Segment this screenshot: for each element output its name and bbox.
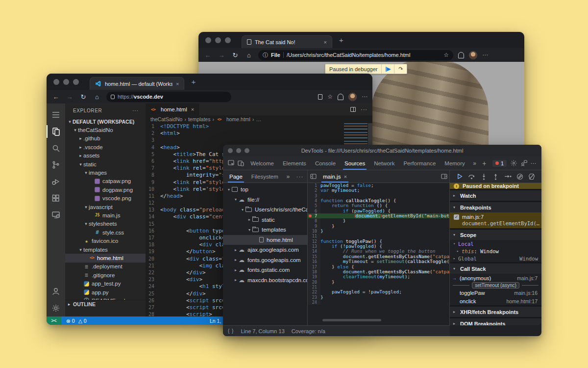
devtools-tab-elements[interactable]: Elements bbox=[278, 157, 311, 170]
pretty-print-icon[interactable]: { } bbox=[228, 328, 234, 334]
line-number[interactable]: 12 bbox=[146, 200, 160, 207]
callstack-frame-togglepaw[interactable]: togglePawmain.js:16 bbox=[450, 289, 541, 297]
reload-icon[interactable]: ↻ bbox=[79, 93, 88, 101]
account-icon[interactable] bbox=[47, 283, 65, 300]
line-number[interactable]: 20 bbox=[308, 280, 320, 285]
line-number[interactable]: 9 bbox=[146, 179, 160, 186]
callstack-frame--anonymous-[interactable]: →(anonymous)main.js:7 bbox=[450, 274, 541, 282]
explorer-item-app-py[interactable]: app.py bbox=[65, 288, 146, 296]
close-tab-icon[interactable]: × bbox=[176, 81, 179, 87]
extensions-icon[interactable] bbox=[47, 190, 65, 207]
breadcrumb-item[interactable]: theCatSaidNo bbox=[150, 116, 182, 122]
line-number[interactable]: 26 bbox=[146, 297, 160, 304]
line-number[interactable]: 4 bbox=[146, 144, 160, 151]
pause-on-exceptions-icon[interactable] bbox=[527, 173, 537, 181]
line-number[interactable]: 7 bbox=[308, 213, 320, 218]
breakpoint-entry[interactable]: ✓ main.js:7 document.getElementById(… bbox=[450, 212, 541, 228]
scope-row[interactable]: ▾Local bbox=[450, 240, 541, 247]
line-number[interactable]: 19 bbox=[146, 248, 160, 255]
run-debug-icon[interactable] bbox=[47, 173, 65, 190]
address-bar[interactable]: https://vscode.dev bbox=[106, 92, 231, 102]
line-number[interactable]: 3 bbox=[146, 137, 160, 144]
profile-avatar[interactable] bbox=[469, 51, 477, 59]
home-icon[interactable]: ⌂ bbox=[93, 93, 101, 101]
explorer-item-templates[interactable]: ▾templates bbox=[65, 245, 146, 254]
devtools-code-editor[interactable]: 1pawToggled = false;2var myTimeout;34fun… bbox=[308, 183, 450, 325]
navigator-tab-page[interactable]: Page bbox=[225, 170, 247, 183]
line-number[interactable]: 13 bbox=[146, 207, 160, 213]
explorer-item--vscode[interactable]: ▸.vscode bbox=[65, 143, 146, 151]
zoom-window-button[interactable] bbox=[225, 37, 231, 43]
line-number[interactable]: 14 bbox=[146, 213, 160, 220]
devtools-tab-sources[interactable]: Sources bbox=[340, 157, 369, 170]
resume-script-button[interactable]: |▶ bbox=[381, 64, 394, 74]
line-number[interactable]: 5 bbox=[146, 151, 160, 158]
line-number[interactable]: 6 bbox=[146, 158, 160, 165]
navigator-item-fonts-gstatic-com[interactable]: ▸☁fonts.gstatic.com bbox=[223, 265, 307, 275]
minimize-window-button[interactable] bbox=[236, 148, 241, 153]
explorer-item-default-workspace-[interactable]: ▾DEFAULT (WORKSPACE) bbox=[65, 117, 146, 126]
source-tab-mainjs[interactable]: main.js × bbox=[318, 170, 351, 183]
navigator-item-home-html[interactable]: home.html bbox=[223, 235, 307, 245]
navigator-more-icon[interactable]: ··· bbox=[294, 173, 305, 180]
settings-gear-icon[interactable] bbox=[47, 300, 65, 316]
more-menu-icon[interactable]: ⋯ bbox=[362, 93, 368, 100]
line-number[interactable]: 27 bbox=[146, 304, 160, 311]
problems-status[interactable]: ⊗ 0 △ 0 bbox=[66, 318, 87, 324]
remote-indicator[interactable]: >< bbox=[47, 316, 61, 325]
close-editor-icon[interactable]: × bbox=[191, 106, 194, 112]
code-line-3[interactable]: 3 bbox=[146, 137, 372, 144]
forward-icon[interactable]: → bbox=[217, 52, 226, 59]
close-window-button[interactable] bbox=[53, 79, 59, 85]
line-number[interactable]: 17 bbox=[146, 235, 160, 241]
cursor-position-status[interactable]: Ln 1, bbox=[210, 318, 221, 324]
browser-essentials-icon[interactable] bbox=[338, 94, 343, 100]
line-number[interactable]: 10 bbox=[146, 186, 160, 193]
code-line-19[interactable]: 19 clearTimeout(myTimeout); bbox=[308, 274, 449, 279]
device-toolbar-icon[interactable] bbox=[237, 160, 245, 166]
line-number[interactable]: 18 bbox=[308, 269, 320, 274]
zoom-window-button[interactable] bbox=[73, 79, 79, 85]
url-text[interactable]: https://vscode.dev bbox=[118, 94, 163, 100]
line-number[interactable]: 9 bbox=[308, 224, 320, 229]
code-line-23[interactable]: 23} bbox=[308, 295, 449, 300]
browser-tab[interactable]: The Cat said No! × bbox=[242, 35, 332, 48]
more-menu-icon[interactable]: ⋯ bbox=[482, 52, 488, 58]
scope-section-header[interactable]: ▾ Scope bbox=[450, 230, 541, 240]
step-icon[interactable] bbox=[503, 173, 513, 181]
explorer-item-static[interactable]: ▾static bbox=[65, 160, 146, 168]
line-number[interactable]: 14 bbox=[308, 249, 320, 254]
back-icon[interactable]: ← bbox=[51, 93, 60, 101]
search-icon[interactable] bbox=[47, 140, 65, 157]
more-navigator-tabs-icon[interactable]: » bbox=[283, 173, 294, 180]
navigator-tab-filesystem[interactable]: Filesystem bbox=[247, 170, 283, 183]
scope-row[interactable]: ▸GlobalWindow bbox=[450, 255, 541, 262]
explorer-item-dogpaw-png[interactable]: dogpaw.png bbox=[65, 185, 146, 194]
line-number[interactable]: 22 bbox=[308, 289, 320, 294]
step-over-button[interactable]: ↷ bbox=[394, 64, 407, 74]
explorer-item--github[interactable]: ▸.github bbox=[65, 134, 146, 143]
url-text[interactable]: /Users/chris/src/theCatSaidNo/templates/… bbox=[287, 52, 441, 58]
reload-icon[interactable]: ↻ bbox=[231, 52, 240, 59]
more-tabs-icon[interactable]: » bbox=[470, 160, 479, 167]
code-line-2[interactable]: 2<html> bbox=[146, 130, 372, 137]
watch-section-header[interactable]: ▸ Watch bbox=[450, 190, 541, 201]
settings-gear-icon[interactable] bbox=[510, 160, 518, 166]
line-number[interactable]: 21 bbox=[308, 285, 320, 289]
line-number[interactable]: 15 bbox=[146, 221, 160, 228]
explorer-item-app-test-py[interactable]: app_test.py bbox=[65, 279, 146, 288]
file-info-icon[interactable]: ⓘ bbox=[263, 52, 268, 59]
explorer-item-javascript[interactable]: ▾javascript bbox=[65, 203, 146, 211]
inline-breakpoint-icon[interactable] bbox=[355, 214, 355, 217]
line-number[interactable]: 23 bbox=[146, 276, 160, 283]
favorite-star-icon[interactable]: ☆ bbox=[443, 52, 449, 58]
editor-more-icon[interactable]: ··· bbox=[361, 106, 368, 112]
code-line-2[interactable]: 2var myTimeout; bbox=[308, 188, 449, 193]
line-number[interactable]: 11 bbox=[308, 234, 320, 238]
devtools-more-menu-icon[interactable]: ⋯ bbox=[529, 160, 538, 167]
explorer-item-home-html[interactable]: <>home.html bbox=[65, 254, 146, 262]
navigator-item-file-[interactable]: ▾☁file:// bbox=[223, 195, 307, 205]
breakpoints-section-header[interactable]: ▾ Breakpoints bbox=[450, 202, 541, 212]
line-number[interactable]: 8 bbox=[308, 218, 320, 223]
close-tab-icon[interactable]: × bbox=[324, 39, 327, 45]
